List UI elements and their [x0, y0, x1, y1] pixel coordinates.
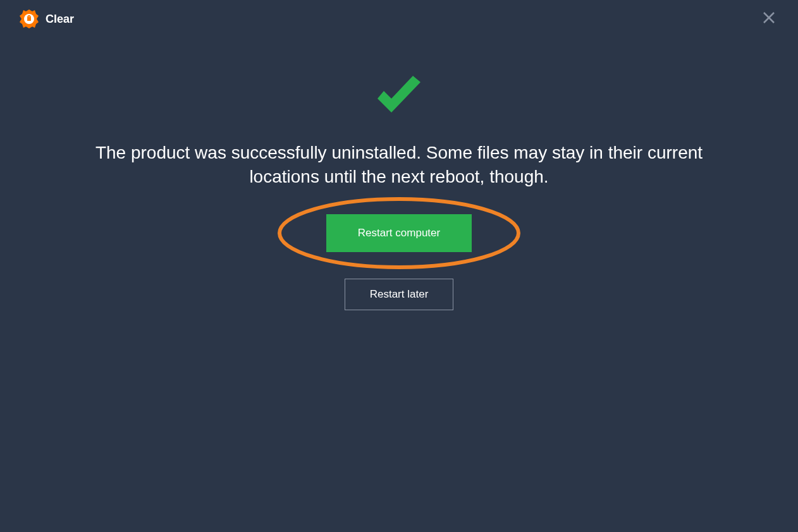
secondary-button-wrapper: Restart later — [345, 279, 453, 310]
status-message: The product was successfully uninstalled… — [89, 141, 709, 189]
close-button[interactable] — [759, 9, 779, 29]
main-content: The product was successfully uninstalled… — [0, 63, 798, 310]
restart-later-button[interactable]: Restart later — [345, 279, 453, 310]
checkmark-icon — [374, 76, 424, 119]
svg-rect-1 — [28, 18, 31, 21]
header: Clear — [0, 0, 798, 38]
avast-logo-icon — [19, 9, 39, 29]
close-icon — [761, 10, 777, 28]
logo-area: Clear — [19, 9, 74, 29]
app-title: Clear — [46, 13, 74, 26]
primary-button-wrapper: Restart computer — [326, 214, 472, 252]
restart-computer-button[interactable]: Restart computer — [326, 214, 472, 252]
